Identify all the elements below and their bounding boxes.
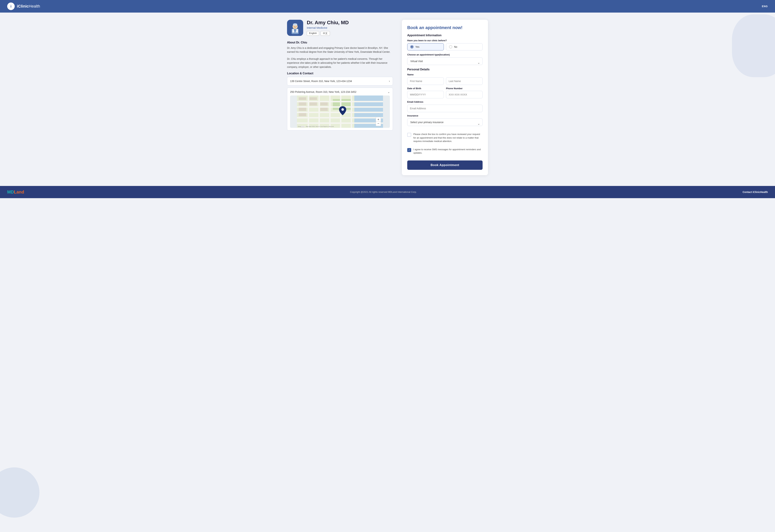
checkbox-group: Please check the box to confirm you have… [407,132,483,155]
booking-panel: Book an appointment now! Appointment Inf… [402,20,488,175]
logo-text: iClinicHealth [17,4,40,9]
dob-group: Date of Birth [407,87,444,98]
checkbox-item-2: I agree to receive SMS messages for appo… [407,147,483,155]
email-input[interactable] [407,105,483,112]
svg-rect-36 [301,126,304,127]
yes-option[interactable]: Yes [407,43,444,50]
chevron-right-icon: › [389,79,390,83]
svg-rect-26 [309,102,317,105]
confirm-checkbox[interactable] [407,133,411,137]
svg-rect-3 [293,24,297,25]
lang-tag-english: English [307,31,319,36]
appt-info-title: Appointment Information [407,34,483,37]
no-option[interactable]: No [446,43,483,50]
appt-type-label: Choose an appointment type(location) [407,53,483,56]
name-label: Name [407,73,483,76]
phone-group: Phone Number [446,87,483,98]
footer-logo-md: MD [7,189,14,194]
about-text-2: Dr. Chiu employs a thorough approach to … [287,57,393,69]
last-name-input[interactable] [446,77,483,85]
dob-input[interactable] [407,91,444,98]
checkbox-item-1: Please check the box to confirm you have… [407,132,483,144]
lang-tag-chinese: 中文 [320,31,330,36]
email-label: Email Address [407,100,483,103]
phone-input[interactable] [446,91,483,98]
location-section: Location & Contact 139 Centre Street, Ro… [287,72,393,130]
personal-title: Personal Details [407,68,483,71]
about-text-1: Dr. Amy Chiu is a dedicated and engaging… [287,46,393,54]
doctor-panel: Dr. Amy Chiu, MD Internal Medicine Engli… [287,20,393,175]
doctor-name: Dr. Amy Chiu, MD [307,20,393,25]
svg-rect-24 [299,113,306,116]
doctor-specialty: Internal Medicine [307,26,393,29]
svg-rect-18 [329,95,330,128]
svg-text:−: − [377,122,379,125]
avatar [287,20,303,36]
svg-rect-28 [320,102,328,105]
location-title: Location & Contact [287,72,393,75]
language-tags: English 中文 [307,31,393,36]
phone-label: Phone Number [446,87,483,90]
yes-radio-circle [410,45,414,48]
been-before-radio-group: Yes No [407,43,483,50]
bg-decoration-right [732,14,775,77]
name-row [407,77,483,85]
dob-label: Date of Birth [407,87,444,90]
no-radio-circle [449,45,452,48]
svg-rect-7 [296,29,298,33]
about-section: About Dr. Chiu Dr. Amy Chiu is a dedicat… [287,41,393,69]
appt-type-select[interactable]: Virtual Visit In-Person Visit [407,57,483,65]
logo-icon: i [7,3,15,10]
svg-rect-22 [299,102,306,105]
footer-contact[interactable]: Contact iClinicHealth [743,190,768,193]
svg-rect-21 [299,97,306,100]
insurance-select[interactable]: Select your primary insurance [407,118,483,126]
no-label: No [454,45,457,48]
doctor-info: Dr. Amy Chiu, MD Internal Medicine Engli… [307,20,393,36]
footer-logo: MDLand [7,189,24,194]
location-2-header: 250 Pickering Avenue, Room 310, New York… [290,90,390,94]
chevron-down-icon: ⌄ [388,90,390,94]
svg-rect-23 [299,108,306,111]
language-selector[interactable]: ENG [762,5,768,8]
svg-rect-20 [351,95,352,128]
insurance-label: Insurance [407,114,483,117]
svg-rect-25 [309,97,317,100]
logo: i iClinicHealth [7,3,40,10]
dob-phone-row: Date of Birth Phone Number [407,87,483,98]
yes-label: Yes [415,45,420,48]
svg-point-5 [296,26,296,27]
doctor-header: Dr. Amy Chiu, MD Internal Medicine Engli… [287,20,393,36]
about-title: About Dr. Chiu [287,41,393,44]
insurance-wrapper: Insurance Select your primary insurance [407,114,483,129]
svg-text:+: + [377,118,379,121]
svg-rect-27 [320,108,328,111]
footer: MDLand Copyright @2021 All rights reserv… [0,186,775,198]
location-address-2: 250 Pickering Avenue, Room 310, New York… [290,90,356,93]
location-address-1: 139 Centre Street, Room 310, New York, 1… [290,80,352,83]
doctor-avatar-svg [289,22,301,34]
footer-copyright: Copyright @2021 All rights reserved MDLa… [350,190,417,193]
svg-rect-16 [308,95,309,128]
book-appointment-button[interactable]: Book Appointment [407,160,483,170]
been-before-label: Have you been to our clinic before? [407,39,483,42]
confirm-checkbox-text: Please check the box to confirm you have… [413,132,483,143]
book-title: Book an appointment now! [407,25,483,30]
personal-details-section: Personal Details Name Date of Birth Phon… [407,68,483,129]
sms-checkbox-text: I agree to receive SMS messages for appo… [413,148,483,155]
first-name-input[interactable] [407,77,444,85]
map-view: + − Google Map data ©2021 Terms of Use R… [290,95,390,128]
header: i iClinicHealth ENG [0,0,775,13]
svg-point-30 [341,108,344,111]
appointment-info-section: Appointment Information Have you been to… [407,34,483,68]
sms-checkbox[interactable] [407,148,411,152]
footer-logo-land: Land [14,189,24,194]
map-svg: + − Google Map data ©2021 Terms of Use R… [290,95,390,128]
svg-rect-6 [292,29,294,33]
location-card-2[interactable]: 250 Pickering Avenue, Room 310, New York… [287,88,393,130]
location-card-1[interactable]: 139 Centre Street, Room 310, New York, 1… [287,77,393,85]
svg-rect-17 [318,95,320,128]
svg-point-4 [294,26,294,27]
svg-text:Map data ©2021  Terms of Use  : Map data ©2021 Terms of Use Report a map… [306,126,334,127]
appt-type-wrapper: Virtual Visit In-Person Visit [407,57,483,68]
